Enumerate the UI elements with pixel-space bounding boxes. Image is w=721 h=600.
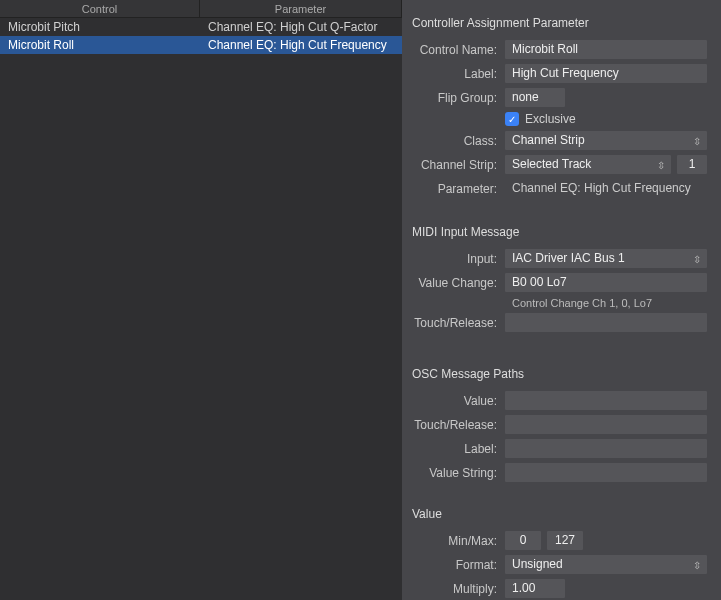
col-header-parameter[interactable]: Parameter xyxy=(200,0,402,17)
osc-value-string-field[interactable] xyxy=(505,463,707,482)
section-title: OSC Message Paths xyxy=(412,367,707,381)
value-change-description: Control Change Ch 1, 0, Lo7 xyxy=(505,297,707,309)
channel-strip-select[interactable]: Selected Track ⇳ xyxy=(505,155,671,174)
label-osc-touch-release: Touch/Release: xyxy=(412,418,505,432)
assignment-list-pane: Control Parameter Microbit Pitch Channel… xyxy=(0,0,402,600)
table-row[interactable]: Microbit Pitch Channel EQ: High Cut Q-Fa… xyxy=(0,18,402,36)
section-title: Value xyxy=(412,507,707,521)
label-osc-value-string: Value String: xyxy=(412,466,505,480)
label-osc-label: Label: xyxy=(412,442,505,456)
touch-release-field[interactable] xyxy=(505,313,707,332)
col-header-control[interactable]: Control xyxy=(0,0,200,17)
label-minmax: Min/Max: xyxy=(412,534,505,548)
table-body: Microbit Pitch Channel EQ: High Cut Q-Fa… xyxy=(0,18,402,54)
label-channel-strip: Channel Strip: xyxy=(412,158,505,172)
parameter-value: Channel EQ: High Cut Frequency xyxy=(505,179,698,198)
label-multiply: Multiply: xyxy=(412,582,505,596)
format-select[interactable]: Unsigned ⇳ xyxy=(505,555,707,574)
section-title: Controller Assignment Parameter xyxy=(412,16,707,30)
cell-control: Microbit Pitch xyxy=(0,18,200,36)
chevron-updown-icon: ⇳ xyxy=(657,155,665,174)
chevron-updown-icon: ⇳ xyxy=(693,249,701,268)
label-touch-release: Touch/Release: xyxy=(412,316,505,330)
inspector-pane: Controller Assignment Parameter Control … xyxy=(402,0,721,600)
max-field[interactable]: 127 xyxy=(547,531,583,550)
label-label: Label: xyxy=(412,67,505,81)
osc-label-field[interactable] xyxy=(505,439,707,458)
label-class: Class: xyxy=(412,134,505,148)
label-osc-value: Value: xyxy=(412,394,505,408)
value-change-field[interactable]: B0 00 Lo7 xyxy=(505,273,707,292)
flip-group-field[interactable]: none xyxy=(505,88,565,107)
label-parameter: Parameter: xyxy=(412,182,505,196)
osc-value-field[interactable] xyxy=(505,391,707,410)
label-control-name: Control Name: xyxy=(412,43,505,57)
multiply-field[interactable]: 1.00 xyxy=(505,579,565,598)
class-select[interactable]: Channel Strip ⇳ xyxy=(505,131,707,150)
control-name-field[interactable]: Microbit Roll xyxy=(505,40,707,59)
label-format: Format: xyxy=(412,558,505,572)
chevron-updown-icon: ⇳ xyxy=(693,555,701,574)
min-field[interactable]: 0 xyxy=(505,531,541,550)
label-field[interactable]: High Cut Frequency xyxy=(505,64,707,83)
table-header: Control Parameter xyxy=(0,0,402,18)
channel-strip-number[interactable]: 1 xyxy=(677,155,707,174)
osc-touch-release-field[interactable] xyxy=(505,415,707,434)
cell-parameter: Channel EQ: High Cut Q-Factor xyxy=(200,18,402,36)
exclusive-label: Exclusive xyxy=(525,112,576,126)
table-row[interactable]: Microbit Roll Channel EQ: High Cut Frequ… xyxy=(0,36,402,54)
cell-control: Microbit Roll xyxy=(0,36,200,54)
section-title: MIDI Input Message xyxy=(412,225,707,239)
exclusive-checkbox[interactable]: ✓ xyxy=(505,112,519,126)
label-flip-group: Flip Group: xyxy=(412,91,505,105)
label-input: Input: xyxy=(412,252,505,266)
input-select[interactable]: IAC Driver IAC Bus 1 ⇳ xyxy=(505,249,707,268)
chevron-updown-icon: ⇳ xyxy=(693,131,701,150)
label-value-change: Value Change: xyxy=(412,276,505,290)
cell-parameter: Channel EQ: High Cut Frequency xyxy=(200,36,402,54)
